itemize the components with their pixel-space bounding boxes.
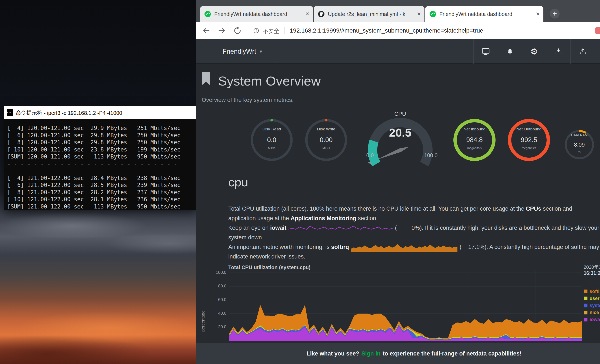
legend-swatch — [584, 297, 587, 300]
profile-avatar[interactable] — [595, 27, 600, 34]
cpu-description: Total CPU utilization (all cores). 100% … — [228, 204, 599, 261]
reload-icon[interactable] — [234, 27, 242, 35]
info-icon[interactable] — [253, 28, 259, 34]
iowait-value: 0 — [397, 223, 415, 233]
softirq-sparkline[interactable] — [351, 243, 458, 252]
omnibox-divider — [284, 27, 285, 34]
tab-strip: FriendlyWrt netdata dashboard ✕ Update r… — [196, 0, 600, 22]
page-subtitle: Overview of the key system metrics. — [202, 97, 294, 103]
gauge-title: Net Inbound — [453, 127, 496, 131]
gauge-value: 992.5 — [508, 136, 550, 144]
legend-item-user[interactable]: user — [584, 295, 600, 302]
legend-item-iowait[interactable]: iowait — [584, 316, 600, 323]
text-line: application usage at the Applications Mo… — [228, 214, 599, 223]
gauge-value: 20.5 — [360, 126, 441, 139]
brand-label: FriendlyWrt — [223, 48, 256, 55]
gauge-unit: % — [360, 161, 380, 166]
header-icon-bar: ⚙ — [473, 39, 595, 64]
gauge-net-inbound[interactable]: Net Inbound 984.8 megabits/s — [453, 119, 496, 161]
gauge-unit: megabits/s — [453, 146, 496, 150]
y-axis-label: percentage — [201, 285, 206, 332]
text: ( — [459, 244, 461, 250]
text: ( — [395, 225, 397, 231]
legend-swatch — [584, 318, 587, 321]
text: section. — [356, 215, 378, 222]
legend-label: system — [590, 303, 600, 308]
gauge-value: 984.8 — [453, 136, 496, 144]
brand-dropdown[interactable]: FriendlyWrt ▾ — [208, 39, 277, 64]
terminal-titlebar[interactable]: C:\_ 命令提示符 - iperf3 -c 192.168.1.2 -P4 -… — [4, 106, 196, 119]
iowait-term: iowait — [270, 225, 287, 231]
applications-monitoring-link[interactable]: Applications Monitoring — [291, 215, 356, 222]
y-tick: 80.0 — [208, 284, 226, 289]
import-button[interactable] — [546, 39, 571, 64]
text-line: indicate network driver issues. — [228, 252, 599, 261]
legend-swatch — [584, 311, 587, 314]
omnibox[interactable]: 不安全 192.168.2.1:19999/#menu_system_subme… — [253, 22, 483, 39]
gauge-disk-read[interactable]: Disk Read 0.0 MiB/s — [250, 119, 293, 161]
display-button[interactable] — [473, 39, 498, 64]
gauge-cpu[interactable]: CPU 20.5 0.0 100.0 % — [360, 110, 441, 169]
new-tab-button[interactable]: + — [550, 9, 560, 19]
chart-legend: softirq user system nice iowait — [584, 288, 600, 323]
tab-netdata-2-active[interactable]: FriendlyWrt netdata dashboard ✕ — [425, 6, 544, 22]
browser-toolbar: 不安全 192.168.2.1:19999/#menu_system_subme… — [196, 22, 600, 39]
text: An important metric worth monitoring, is — [228, 244, 331, 250]
forward-icon[interactable] — [218, 27, 226, 35]
signin-link[interactable]: Sign in — [361, 350, 380, 357]
chevron-down-icon: ▾ — [260, 48, 262, 55]
gauge-value: 8.09 — [564, 141, 594, 148]
netdata-favicon — [429, 10, 436, 18]
close-icon[interactable]: ✕ — [417, 11, 421, 17]
y-tick: 100.0 — [208, 270, 226, 275]
tab-github[interactable]: Update r2s_lean_minimal.yml · k ✕ — [314, 6, 424, 22]
text-line: An important metric worth monitoring, is… — [228, 242, 599, 252]
url-text[interactable]: 192.168.2.1:19999/#menu_system_submenu_c… — [290, 27, 483, 34]
gauge-value: 0.00 — [305, 136, 347, 144]
legend-item-system[interactable]: system — [584, 302, 600, 309]
softirq-value: 17.1 — [461, 242, 479, 252]
iowait-sparkline[interactable] — [289, 224, 393, 232]
gauge-unit: % — [564, 150, 594, 153]
gauge-unit: MiB/s — [305, 146, 347, 150]
text: %). If it is constantly high, your disks… — [415, 225, 599, 231]
gauge-disk-write[interactable]: Disk Write 0.00 MiB/s — [305, 119, 347, 161]
bookmark-icon — [202, 72, 210, 86]
text-line: Keep an eye on iowait(0%). If it is cons… — [228, 223, 599, 233]
chart-date: 2020年3月21日 — [584, 263, 600, 270]
display-icon — [482, 48, 490, 55]
settings-button[interactable]: ⚙ — [522, 39, 546, 64]
desktop: C:\_ 命令提示符 - iperf3 -c 192.168.1.2 -P4 -… — [0, 0, 600, 364]
tab-label: FriendlyWrt netdata dashboard — [439, 11, 532, 17]
close-icon[interactable]: ✕ — [305, 11, 309, 17]
terminal-window[interactable]: C:\_ 命令提示符 - iperf3 -c 192.168.1.2 -P4 -… — [4, 106, 196, 210]
signin-bar: Like what you see? Sign in to experience… — [196, 343, 600, 364]
softirq-term: softirq — [331, 244, 349, 250]
legend-item-nice[interactable]: nice — [584, 309, 600, 316]
terminal-title: 命令提示符 - iperf3 -c 192.168.1.2 -P4 -t1000 — [16, 109, 122, 116]
cpu-utilization-chart[interactable] — [229, 270, 582, 341]
page-title: System Overview — [218, 73, 321, 88]
upload-icon — [579, 48, 586, 55]
back-icon[interactable] — [202, 27, 210, 35]
tab-netdata-1[interactable]: FriendlyWrt netdata dashboard ✕ — [200, 6, 313, 22]
gauge-unit: MiB/s — [250, 146, 293, 150]
gauge-net-outbound[interactable]: Net Outbound 992.5 megabits/s — [508, 119, 550, 161]
export-button[interactable] — [571, 39, 595, 64]
gauge-used-ram[interactable]: Used RAM 8.09 % — [564, 130, 594, 159]
gauge-unit: megabits/s — [508, 146, 550, 150]
alerts-button[interactable] — [498, 39, 522, 64]
security-label[interactable]: 不安全 — [263, 27, 279, 35]
legend-swatch — [584, 289, 587, 293]
section-heading-cpu: cpu — [228, 175, 248, 189]
gauge-max: 100.0 — [419, 152, 442, 159]
legend-item-softirq[interactable]: softirq — [584, 288, 600, 295]
text: Total CPU utilization (all cores). 100% … — [228, 205, 526, 212]
browser-window: FriendlyWrt netdata dashboard ✕ Update r… — [196, 0, 600, 364]
cpu-gauge-arc — [360, 117, 441, 168]
gauge-value: 0.0 — [250, 136, 293, 144]
gear-icon: ⚙ — [530, 47, 538, 56]
legend-label: user — [590, 296, 599, 301]
close-icon[interactable]: ✕ — [536, 11, 540, 17]
cpus-link[interactable]: CPUs — [526, 205, 541, 212]
